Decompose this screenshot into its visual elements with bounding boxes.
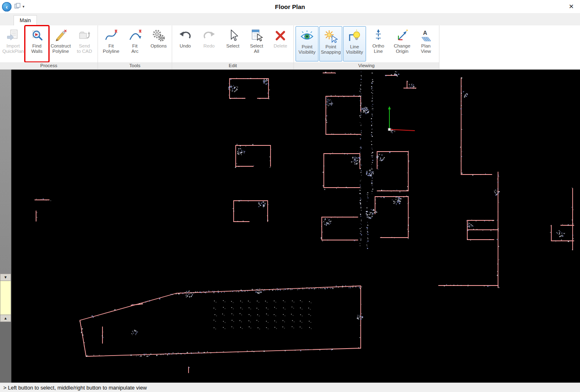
options-button[interactable]: Options (147, 26, 171, 62)
scroll-up-arrow[interactable]: ▲ (0, 315, 11, 322)
eye-icon (300, 29, 314, 44)
scroll-down-arrow[interactable]: ▼ (0, 274, 11, 281)
fit-arc-icon (128, 28, 142, 43)
ribbon-group-process: ImportQuickPlan FindWalls (0, 25, 98, 69)
page-title: Floor Plan (0, 3, 580, 10)
group-label-edit: Edit (172, 62, 293, 69)
undo-icon (178, 28, 192, 43)
select-all-button[interactable]: SelectAll (245, 26, 268, 62)
change-origin-button[interactable]: ChangeOrigin (390, 26, 414, 62)
delete-button[interactable]: Delete (268, 26, 292, 62)
plan-view-icon: A (419, 28, 433, 43)
left-panel-track-bottom (0, 322, 11, 383)
ribbon-group-viewing: PointVisibility (294, 25, 439, 69)
fit-arc-button[interactable]: FitArc (123, 26, 147, 62)
point-cloud-viewport[interactable] (11, 70, 580, 383)
status-bar: > Left button to select, middle/right bu… (0, 383, 580, 392)
ortho-line-button[interactable]: OrthoLine (366, 26, 390, 62)
status-text: > Left button to select, middle/right bu… (3, 385, 147, 391)
construct-polyline-button[interactable]: ConstructPolyline (49, 26, 73, 62)
fit-polyline-button[interactable]: FitPolyline (99, 26, 123, 62)
line-visibility-toggle[interactable]: LineVisibility (343, 26, 366, 61)
window-copy-icon[interactable] (14, 3, 21, 10)
close-icon: ✕ (569, 3, 574, 10)
point-visibility-toggle[interactable]: PointVisibility (296, 26, 318, 61)
back-arrow-icon: ‹ (6, 3, 8, 10)
quick-access-toolbar: ▾ (14, 3, 25, 10)
color-legend (0, 281, 11, 315)
import-quickplan-button[interactable]: ImportQuickPlan (1, 26, 25, 62)
left-panel-track-top (0, 70, 11, 274)
tab-main[interactable]: Main (14, 15, 37, 25)
select-button[interactable]: Select (221, 26, 245, 62)
undo-button[interactable]: Undo (173, 26, 197, 62)
svg-text:A: A (423, 29, 427, 36)
floor-plan-point-cloud (11, 70, 580, 383)
group-label-tools: Tools (98, 62, 172, 69)
title-bar: ‹ ▾ Floor Plan ✕ (0, 0, 580, 13)
find-walls-button[interactable]: FindWalls (25, 26, 49, 62)
ribbon-group-edit: Undo Redo (172, 25, 294, 69)
group-label-process: Process (0, 62, 98, 69)
send-to-cad-icon (77, 28, 91, 43)
import-quickplan-icon (6, 28, 20, 43)
floor-plan-window: ‹ ▾ Floor Plan ✕ Main (0, 0, 580, 392)
change-origin-icon (395, 28, 409, 43)
qat-dropdown-icon[interactable]: ▾ (23, 5, 25, 9)
redo-button[interactable]: Redo (197, 26, 221, 62)
send-to-cad-button[interactable]: Sendto CAD (73, 26, 96, 62)
find-walls-icon (30, 28, 44, 43)
close-button[interactable]: ✕ (562, 3, 580, 10)
delete-x-icon (273, 28, 287, 43)
ribbon-tab-strip: Main (0, 13, 580, 25)
select-cursor-icon (226, 28, 240, 43)
fit-polyline-icon (104, 28, 118, 43)
point-snapping-toggle[interactable]: PointSnapping (319, 26, 342, 61)
back-button[interactable]: ‹ (2, 2, 11, 11)
construct-polyline-icon (54, 28, 68, 43)
group-label-viewing: Viewing (294, 62, 439, 69)
redo-icon (202, 28, 216, 43)
snap-star-cursor-icon (324, 29, 338, 44)
ribbon-group-tools: FitPolyline FitArc (98, 25, 172, 69)
options-gears-icon (152, 28, 166, 43)
main-area: ▼ ▲ (0, 70, 580, 383)
ortho-line-icon (371, 28, 385, 43)
plan-view-button[interactable]: A PlanView (414, 26, 438, 62)
left-panel-scrollbar: ▼ ▲ (0, 70, 11, 383)
select-all-icon (250, 28, 264, 43)
ribbon: ImportQuickPlan FindWalls (0, 25, 580, 70)
bulb-line-icon (348, 29, 362, 44)
